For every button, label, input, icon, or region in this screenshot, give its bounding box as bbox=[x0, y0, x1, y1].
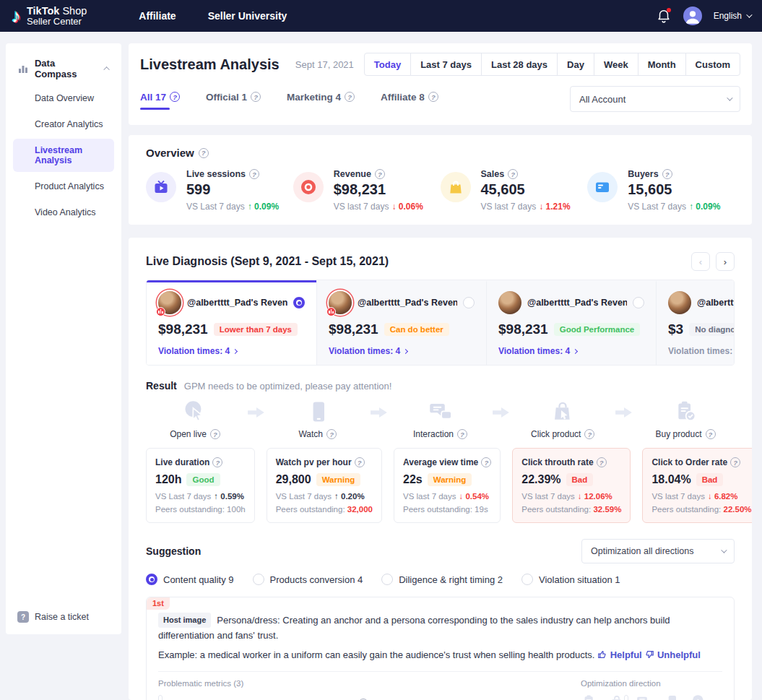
account-filter-select[interactable]: All Account bbox=[570, 86, 740, 112]
sidebar-item-data-overview[interactable]: Data Overview bbox=[13, 87, 114, 110]
tiktok-note-icon: ♪ bbox=[12, 7, 21, 25]
range-day-button[interactable]: Day bbox=[557, 53, 594, 76]
interaction-icon bbox=[636, 693, 653, 700]
tiktok-shop-logo[interactable]: ♪ TikTok Shop Seller Center bbox=[12, 6, 87, 27]
down-arrow-icon: ↓ bbox=[539, 202, 543, 212]
status-badge: Lower than 7 days bbox=[214, 323, 298, 336]
sidebar-section-data-compass[interactable]: Data Compass bbox=[13, 58, 114, 79]
help-icon[interactable]: ? bbox=[199, 148, 209, 158]
helpful-button[interactable]: Helpful bbox=[597, 649, 644, 660]
help-icon[interactable]: ? bbox=[508, 169, 518, 179]
metric-card-avg-view-time: Average view time? 22sWarning VS last 7 … bbox=[394, 448, 501, 523]
help-icon[interactable]: ? bbox=[730, 457, 740, 467]
page-title: Livestream Analysis bbox=[140, 56, 280, 73]
suggestion-text: Persona/dress: Creating an anchor and a … bbox=[158, 615, 670, 641]
chevron-down-icon bbox=[727, 95, 732, 100]
radio-violation-situation[interactable]: Violation situation 1 bbox=[521, 574, 620, 585]
help-icon[interactable]: ? bbox=[355, 457, 365, 467]
top-nav: Affiliate Seller University bbox=[139, 10, 287, 22]
down-arrow-icon: ↓ bbox=[708, 492, 712, 501]
user-avatar[interactable] bbox=[683, 7, 702, 25]
metric-card-click-to-order-rate: Click to Order rate? 18.04%Bad VS last 7… bbox=[642, 448, 752, 523]
radio-diligence-timing[interactable]: Diligence & right timing 2 bbox=[381, 574, 503, 585]
diagnosis-card-2[interactable]: @albertttt_Pad's Revenue $98,231Can do b… bbox=[316, 280, 486, 365]
raise-ticket-button[interactable]: ? Raise a ticket bbox=[13, 611, 114, 623]
chevron-right-icon bbox=[233, 348, 238, 353]
avatar bbox=[668, 291, 691, 314]
card-radio[interactable] bbox=[463, 297, 475, 308]
help-icon[interactable]: ? bbox=[597, 457, 607, 467]
buy-product-icon bbox=[581, 693, 598, 700]
sidebar-item-creator-analytics[interactable]: Creator Analytics bbox=[13, 113, 114, 136]
help-icon[interactable]: ? bbox=[251, 92, 261, 102]
diagnosis-card-3[interactable]: @albertttt_Pad's Revenue $98,231Good Per… bbox=[486, 280, 656, 365]
raise-ticket-label: Raise a ticket bbox=[35, 612, 89, 622]
nav-affiliate[interactable]: Affiliate bbox=[139, 10, 176, 22]
nav-seller-university[interactable]: Seller University bbox=[208, 10, 287, 22]
range-last28-button[interactable]: Last 28 days bbox=[481, 53, 558, 76]
current-date: Sept 17, 2021 bbox=[295, 59, 354, 70]
radio-selected-icon bbox=[146, 574, 157, 585]
help-icon[interactable]: ? bbox=[210, 429, 220, 439]
help-icon[interactable]: ? bbox=[249, 169, 259, 179]
help-icon[interactable]: ? bbox=[457, 429, 467, 439]
arrow-right-icon bbox=[492, 406, 511, 419]
result-text: GPM needs to be optimized, please pay at… bbox=[184, 381, 392, 392]
radio-products-conversion[interactable]: Products conversion 4 bbox=[253, 574, 363, 585]
help-icon[interactable]: ? bbox=[212, 457, 222, 467]
range-today-button[interactable]: Today bbox=[364, 53, 411, 76]
unhelpful-button[interactable]: Unhelpful bbox=[644, 649, 701, 660]
carousel-prev-button[interactable]: ‹ bbox=[691, 252, 710, 271]
sidebar-item-product-analytics[interactable]: Product Analytics bbox=[13, 175, 114, 198]
violation-link[interactable]: Violation times: 4 bbox=[329, 346, 475, 356]
language-selector[interactable]: English bbox=[714, 11, 750, 21]
status-badge: Good bbox=[186, 473, 220, 486]
click-product-icon bbox=[608, 693, 625, 700]
sidebar-item-video-analytics[interactable]: Video Analytics bbox=[13, 201, 114, 224]
buy-product-icon bbox=[672, 399, 698, 425]
status-badge: Bad bbox=[566, 473, 594, 486]
help-icon[interactable]: ? bbox=[375, 169, 385, 179]
sidebar-item-livestream-analysis[interactable]: Livestream Analysis bbox=[13, 139, 114, 172]
range-week-button[interactable]: Week bbox=[594, 53, 638, 76]
overview-card: Overview? Live sessions? 599 VS Last 7 d… bbox=[129, 135, 752, 225]
notification-dot bbox=[667, 8, 671, 12]
notification-bell-icon[interactable] bbox=[656, 8, 672, 24]
logo-brand-suffix: Shop bbox=[62, 5, 87, 17]
help-icon[interactable]: ? bbox=[428, 92, 438, 102]
wallet-icon bbox=[587, 172, 618, 202]
help-icon[interactable]: ? bbox=[662, 169, 672, 179]
tab-official[interactable]: Official 1? bbox=[206, 92, 261, 110]
chevron-down-icon bbox=[746, 12, 752, 17]
violation-link[interactable]: Violation times: 4 bbox=[158, 346, 305, 356]
tab-marketing[interactable]: Marketing 4? bbox=[287, 92, 355, 110]
help-icon[interactable]: ? bbox=[706, 429, 716, 439]
problematic-metrics-label: Problematic metrics (3) bbox=[158, 679, 581, 688]
help-icon[interactable]: ? bbox=[481, 457, 491, 467]
violation-link[interactable]: Violation times: 4 bbox=[498, 346, 644, 356]
watch-icon bbox=[305, 399, 331, 425]
down-arrow-icon: ↓ bbox=[578, 492, 582, 501]
help-icon[interactable]: ? bbox=[345, 92, 355, 102]
card-radio[interactable] bbox=[633, 297, 644, 308]
radio-content-quality[interactable]: Content quality 9 bbox=[146, 574, 234, 585]
range-last7-button[interactable]: Last 7 days bbox=[410, 53, 482, 76]
range-month-button[interactable]: Month bbox=[638, 53, 686, 76]
metric-value: 599 bbox=[186, 181, 279, 198]
main-content: Livestream Analysis Sept 17, 2021 Today … bbox=[129, 43, 752, 700]
diagnosis-card-4[interactable]: @albertttt_Pad's Revenue $3No diagnostic… bbox=[656, 280, 735, 365]
tab-all[interactable]: All 17? bbox=[140, 92, 180, 110]
sidebar-section-label: Data Compass bbox=[35, 58, 100, 79]
help-icon[interactable]: ? bbox=[170, 92, 180, 102]
optimization-filter-select[interactable]: Optimization all directions bbox=[581, 539, 735, 563]
diagnosis-card-1[interactable]: @albertttt_Pad's Revenue $98,231Lower th… bbox=[147, 280, 316, 365]
help-icon[interactable]: ? bbox=[326, 429, 337, 439]
carousel-next-button[interactable]: › bbox=[716, 252, 735, 271]
card-radio-selected[interactable] bbox=[293, 297, 305, 308]
range-custom-button[interactable]: Custom bbox=[685, 53, 740, 76]
metric-prev-button[interactable]: ‹ bbox=[158, 695, 163, 700]
help-icon[interactable]: ? bbox=[584, 429, 594, 439]
up-arrow-icon: ↑ bbox=[248, 202, 252, 212]
tab-affiliate[interactable]: Affiliate 8? bbox=[381, 92, 438, 110]
suggestion-category-radios: Content quality 9 Products conversion 4 … bbox=[146, 574, 735, 585]
